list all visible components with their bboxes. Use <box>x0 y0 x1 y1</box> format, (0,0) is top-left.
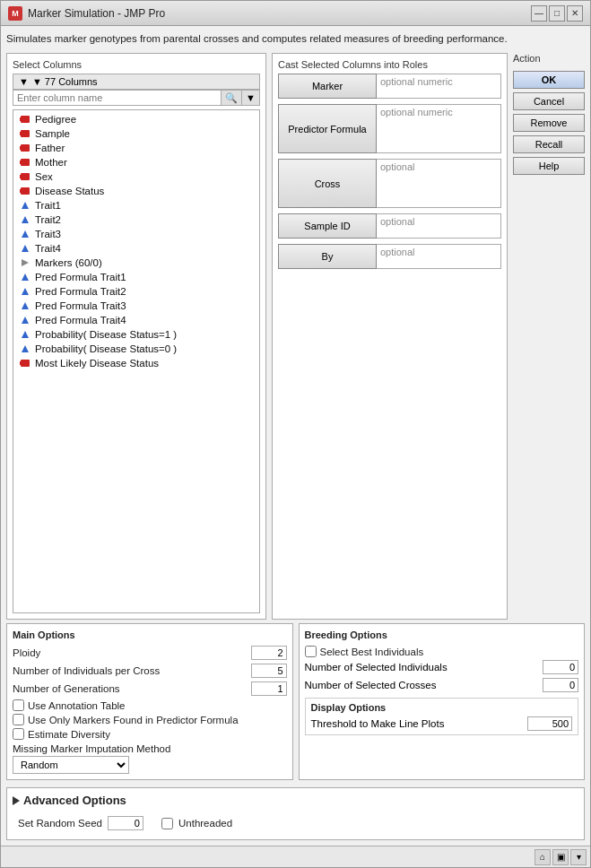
display-options-title: Display Options <box>311 702 573 713</box>
search-input[interactable] <box>13 91 221 105</box>
unthreaded-checkbox[interactable] <box>161 818 173 829</box>
minimize-button[interactable]: — <box>531 5 547 22</box>
breeding-options-panel: Breeding Options Select Best Individuals… <box>299 623 586 780</box>
role-button[interactable]: Predictor Formula <box>278 104 377 153</box>
list-item[interactable]: Pred Formula Trait2 <box>13 284 259 299</box>
red-bar-icon <box>19 142 31 154</box>
list-item[interactable]: Markers (60/0) <box>13 256 259 270</box>
ok-button[interactable]: OK <box>513 71 585 89</box>
list-item[interactable]: Probability( Disease Status=1 ) <box>13 327 259 342</box>
generations-label: Number of Generations <box>13 683 120 694</box>
list-item[interactable]: Trait1 <box>13 198 259 213</box>
list-item[interactable]: Trait4 <box>13 241 259 256</box>
generations-row: Number of Generations <box>13 681 287 696</box>
expand-button[interactable]: ▼ <box>241 91 259 105</box>
checkbox-label: Use Annotation Table <box>28 700 125 711</box>
advanced-header[interactable]: Advanced Options <box>13 794 578 807</box>
blue-tri-icon <box>19 199 31 212</box>
list-item[interactable]: Trait2 <box>13 213 259 227</box>
role-button[interactable]: By <box>278 244 377 269</box>
role-drop-area: optional <box>377 159 501 208</box>
role-button[interactable]: Cross <box>278 159 377 208</box>
individuals-per-cross-row: Number of Individuals per Cross <box>13 664 287 678</box>
svg-marker-21 <box>22 331 29 338</box>
list-item[interactable]: Father <box>13 141 259 155</box>
list-item[interactable]: Mother <box>13 155 259 169</box>
selected-crosses-input[interactable] <box>543 678 578 692</box>
advanced-options-title: Advanced Options <box>23 794 126 807</box>
window-icon[interactable]: ▣ <box>552 849 569 865</box>
unthreaded-row: Unthreaded <box>161 818 232 829</box>
recall-button[interactable]: Recall <box>513 135 585 153</box>
selected-individuals-input[interactable] <box>543 660 578 674</box>
checkbox-input[interactable] <box>13 699 24 711</box>
role-button[interactable]: Marker <box>278 74 377 99</box>
random-seed-input[interactable] <box>108 816 143 830</box>
threshold-label: Threshold to Make Line Plots <box>311 718 445 729</box>
role-button[interactable]: Sample ID <box>278 213 377 239</box>
imputation-select[interactable]: Random None Mean <box>13 756 129 774</box>
main-options-panel: Main Options Ploidy Number of Individual… <box>6 623 293 780</box>
svg-rect-3 <box>20 132 22 135</box>
blue-tri-icon <box>19 213 31 226</box>
help-button[interactable]: Help <box>513 157 585 175</box>
threshold-input[interactable] <box>527 716 572 731</box>
checkbox-input[interactable] <box>13 728 24 740</box>
remove-button[interactable]: Remove <box>513 114 585 132</box>
search-row: 🔍 ▼ <box>13 90 260 106</box>
red-bar-icon <box>19 185 31 197</box>
svg-marker-15 <box>22 245 29 252</box>
imputation-label: Missing Marker Imputation Method <box>13 743 287 754</box>
individuals-per-cross-input[interactable] <box>251 664 287 678</box>
list-item[interactable]: Pred Formula Trait4 <box>13 313 259 327</box>
bottom-area: Main Options Ploidy Number of Individual… <box>6 623 585 780</box>
columns-dropdown[interactable]: ▼ ▼ 77 Columns <box>13 74 260 90</box>
select-best-label: Select Best Individuals <box>320 647 424 657</box>
advanced-options-panel: Advanced Options Set Random Seed Unthrea… <box>6 787 585 840</box>
app-icon: M <box>8 6 22 21</box>
list-item[interactable]: Trait3 <box>13 227 259 241</box>
close-button[interactable]: ✕ <box>567 5 583 22</box>
selected-individuals-label: Number of Selected Individuals <box>305 662 448 673</box>
svg-rect-9 <box>20 175 22 178</box>
role-row: Cross optional <box>278 159 501 208</box>
checkbox-input[interactable] <box>13 714 24 725</box>
list-item[interactable]: Sample <box>13 126 259 141</box>
cast-columns-panel: Cast Selected Columns into Roles Marker … <box>272 53 508 620</box>
blue-tri-icon <box>19 242 31 255</box>
selected-crosses-label: Number of Selected Crosses <box>305 680 437 690</box>
column-name: Mother <box>35 157 67 168</box>
list-item[interactable]: Most Likely Disease Status <box>13 356 259 370</box>
svg-marker-13 <box>22 216 29 223</box>
ploidy-input[interactable] <box>251 646 287 660</box>
role-row: Marker optional numeric <box>278 74 501 99</box>
role-row: Sample ID optional <box>278 213 501 239</box>
column-name: Most Likely Disease Status <box>35 358 159 369</box>
generations-input[interactable] <box>251 681 287 696</box>
svg-rect-11 <box>20 189 22 193</box>
svg-marker-12 <box>22 202 29 209</box>
action-panel: Action OKCancelRemoveRecallHelp <box>513 53 585 620</box>
chevron-down-icon[interactable]: ▾ <box>570 849 587 865</box>
title-bar-left: M Marker Simulation - JMP Pro <box>8 6 165 21</box>
search-button[interactable]: 🔍 <box>221 91 241 105</box>
list-item[interactable]: Probability( Disease Status=0 ) <box>13 342 259 356</box>
list-item[interactable]: Disease Status <box>13 184 259 198</box>
svg-marker-22 <box>22 345 29 352</box>
svg-marker-14 <box>22 230 29 238</box>
red-bar-icon <box>19 113 31 126</box>
blue-tri-icon <box>19 314 31 326</box>
cancel-button[interactable]: Cancel <box>513 92 585 110</box>
select-best-checkbox[interactable] <box>305 646 317 657</box>
svg-rect-7 <box>20 161 22 164</box>
column-list: Pedigree Sample Father Mother Sex Diseas… <box>13 109 260 613</box>
list-item[interactable]: Sex <box>13 169 259 184</box>
list-item[interactable]: Pred Formula Trait1 <box>13 270 259 284</box>
list-item[interactable]: Pred Formula Trait3 <box>13 299 259 313</box>
checkbox-label: Estimate Diversity <box>28 729 110 740</box>
panels-row: Select Columns ▼ ▼ 77 Columns 🔍 ▼ Pedigr… <box>6 53 585 620</box>
list-item[interactable]: Pedigree <box>13 112 259 126</box>
home-icon[interactable]: ⌂ <box>535 849 551 865</box>
column-name: Pedigree <box>35 114 76 125</box>
maximize-button[interactable]: □ <box>549 5 565 22</box>
